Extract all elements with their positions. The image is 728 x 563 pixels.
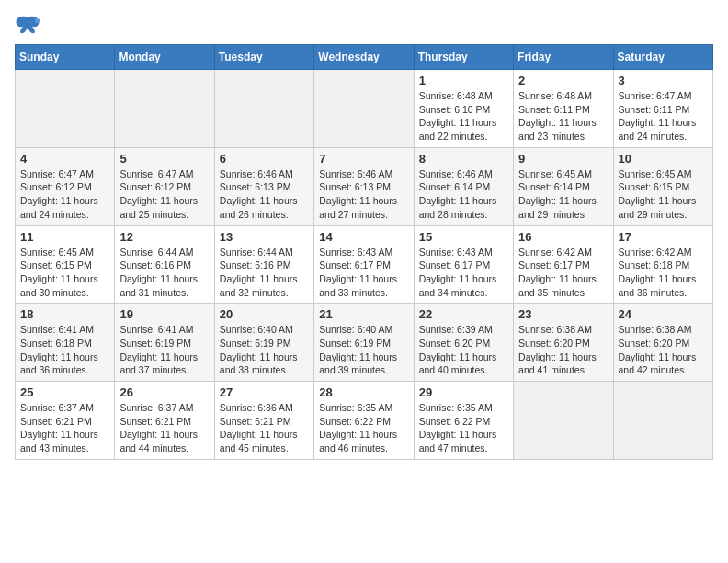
calendar-cell: 4Sunrise: 6:47 AM Sunset: 6:12 PM Daylig… bbox=[16, 147, 115, 225]
day-number: 14 bbox=[319, 230, 408, 244]
calendar-cell: 1Sunrise: 6:48 AM Sunset: 6:10 PM Daylig… bbox=[414, 70, 513, 148]
day-number: 24 bbox=[619, 307, 708, 321]
calendar-cell: 16Sunrise: 6:42 AM Sunset: 6:17 PM Dayli… bbox=[514, 225, 613, 304]
day-info: Sunrise: 6:46 AM Sunset: 6:14 PM Dayligh… bbox=[419, 167, 508, 222]
calendar-table: SundayMondayTuesdayWednesdayThursdayFrid… bbox=[15, 44, 713, 460]
day-number: 13 bbox=[220, 230, 309, 244]
day-number: 1 bbox=[419, 74, 508, 87]
day-info: Sunrise: 6:46 AM Sunset: 6:13 PM Dayligh… bbox=[319, 167, 408, 222]
calendar-cell: 13Sunrise: 6:44 AM Sunset: 6:16 PM Dayli… bbox=[214, 225, 313, 304]
calendar-cell: 15Sunrise: 6:43 AM Sunset: 6:17 PM Dayli… bbox=[414, 225, 513, 304]
day-number: 20 bbox=[220, 307, 309, 321]
calendar-cell: 12Sunrise: 6:44 AM Sunset: 6:16 PM Dayli… bbox=[115, 225, 214, 304]
calendar-cell: 21Sunrise: 6:40 AM Sunset: 6:19 PM Dayli… bbox=[314, 304, 414, 382]
calendar-week-row: 18Sunrise: 6:41 AM Sunset: 6:18 PM Dayli… bbox=[16, 304, 713, 382]
calendar-cell: 22Sunrise: 6:39 AM Sunset: 6:20 PM Dayli… bbox=[414, 304, 513, 382]
calendar-cell: 17Sunrise: 6:42 AM Sunset: 6:18 PM Dayli… bbox=[613, 225, 712, 304]
calendar-week-row: 4Sunrise: 6:47 AM Sunset: 6:12 PM Daylig… bbox=[16, 147, 713, 225]
day-info: Sunrise: 6:36 AM Sunset: 6:21 PM Dayligh… bbox=[220, 401, 309, 455]
day-number: 29 bbox=[419, 385, 508, 399]
calendar-cell: 29Sunrise: 6:35 AM Sunset: 6:22 PM Dayli… bbox=[414, 382, 513, 460]
calendar-cell: 9Sunrise: 6:45 AM Sunset: 6:14 PM Daylig… bbox=[514, 147, 613, 225]
day-info: Sunrise: 6:44 AM Sunset: 6:16 PM Dayligh… bbox=[119, 246, 209, 300]
day-info: Sunrise: 6:42 AM Sunset: 6:18 PM Dayligh… bbox=[619, 246, 708, 300]
day-number: 5 bbox=[119, 152, 209, 166]
header bbox=[15, 15, 713, 35]
calendar-cell: 19Sunrise: 6:41 AM Sunset: 6:19 PM Dayli… bbox=[115, 304, 214, 382]
day-info: Sunrise: 6:40 AM Sunset: 6:19 PM Dayligh… bbox=[220, 323, 309, 377]
calendar-cell: 14Sunrise: 6:43 AM Sunset: 6:17 PM Dayli… bbox=[314, 225, 414, 304]
calendar-cell: 25Sunrise: 6:37 AM Sunset: 6:21 PM Dayli… bbox=[16, 382, 115, 460]
day-number: 21 bbox=[319, 307, 408, 321]
day-info: Sunrise: 6:45 AM Sunset: 6:15 PM Dayligh… bbox=[619, 167, 708, 222]
day-info: Sunrise: 6:48 AM Sunset: 6:11 PM Dayligh… bbox=[518, 89, 608, 144]
day-info: Sunrise: 6:48 AM Sunset: 6:10 PM Dayligh… bbox=[419, 89, 508, 144]
calendar-cell bbox=[214, 70, 313, 148]
weekday-header: Thursday bbox=[414, 45, 513, 70]
day-info: Sunrise: 6:47 AM Sunset: 6:11 PM Dayligh… bbox=[619, 89, 708, 144]
calendar-cell bbox=[115, 70, 214, 148]
calendar-cell: 8Sunrise: 6:46 AM Sunset: 6:14 PM Daylig… bbox=[414, 147, 513, 225]
calendar-cell: 5Sunrise: 6:47 AM Sunset: 6:12 PM Daylig… bbox=[115, 147, 214, 225]
day-number: 19 bbox=[119, 307, 209, 321]
day-number: 15 bbox=[419, 230, 508, 244]
day-number: 3 bbox=[619, 74, 708, 87]
calendar-week-row: 1Sunrise: 6:48 AM Sunset: 6:10 PM Daylig… bbox=[16, 70, 713, 148]
day-number: 23 bbox=[518, 307, 608, 321]
day-info: Sunrise: 6:45 AM Sunset: 6:14 PM Dayligh… bbox=[518, 167, 608, 222]
day-info: Sunrise: 6:35 AM Sunset: 6:22 PM Dayligh… bbox=[319, 401, 408, 455]
calendar-cell: 27Sunrise: 6:36 AM Sunset: 6:21 PM Dayli… bbox=[214, 382, 313, 460]
day-number: 27 bbox=[220, 385, 309, 399]
calendar-cell: 6Sunrise: 6:46 AM Sunset: 6:13 PM Daylig… bbox=[214, 147, 313, 225]
day-info: Sunrise: 6:47 AM Sunset: 6:12 PM Dayligh… bbox=[119, 167, 209, 222]
calendar-body: 1Sunrise: 6:48 AM Sunset: 6:10 PM Daylig… bbox=[16, 70, 713, 460]
weekday-header: Tuesday bbox=[214, 45, 313, 70]
day-info: Sunrise: 6:40 AM Sunset: 6:19 PM Dayligh… bbox=[319, 323, 408, 377]
calendar-week-row: 11Sunrise: 6:45 AM Sunset: 6:15 PM Dayli… bbox=[16, 225, 713, 304]
day-number: 22 bbox=[419, 307, 508, 321]
day-info: Sunrise: 6:41 AM Sunset: 6:18 PM Dayligh… bbox=[20, 323, 109, 377]
day-number: 18 bbox=[20, 307, 109, 321]
weekday-header: Sunday bbox=[16, 45, 115, 70]
weekday-header: Monday bbox=[115, 45, 214, 70]
weekday-header: Friday bbox=[514, 45, 613, 70]
day-info: Sunrise: 6:43 AM Sunset: 6:17 PM Dayligh… bbox=[319, 246, 408, 300]
calendar-cell: 18Sunrise: 6:41 AM Sunset: 6:18 PM Dayli… bbox=[16, 304, 115, 382]
day-number: 9 bbox=[518, 152, 608, 166]
day-number: 6 bbox=[220, 152, 309, 166]
weekday-header: Wednesday bbox=[314, 45, 414, 70]
calendar-week-row: 25Sunrise: 6:37 AM Sunset: 6:21 PM Dayli… bbox=[16, 382, 713, 460]
calendar-cell: 23Sunrise: 6:38 AM Sunset: 6:20 PM Dayli… bbox=[514, 304, 613, 382]
day-info: Sunrise: 6:44 AM Sunset: 6:16 PM Dayligh… bbox=[220, 246, 309, 300]
calendar-cell: 28Sunrise: 6:35 AM Sunset: 6:22 PM Dayli… bbox=[314, 382, 414, 460]
day-number: 28 bbox=[319, 385, 408, 399]
day-info: Sunrise: 6:46 AM Sunset: 6:13 PM Dayligh… bbox=[220, 167, 309, 222]
day-info: Sunrise: 6:47 AM Sunset: 6:12 PM Dayligh… bbox=[20, 167, 109, 222]
calendar-cell bbox=[514, 382, 613, 460]
calendar-cell: 11Sunrise: 6:45 AM Sunset: 6:15 PM Dayli… bbox=[16, 225, 115, 304]
calendar-cell bbox=[613, 382, 712, 460]
day-info: Sunrise: 6:37 AM Sunset: 6:21 PM Dayligh… bbox=[119, 401, 209, 455]
day-info: Sunrise: 6:42 AM Sunset: 6:17 PM Dayligh… bbox=[518, 246, 608, 300]
calendar-cell: 7Sunrise: 6:46 AM Sunset: 6:13 PM Daylig… bbox=[314, 147, 414, 225]
day-number: 7 bbox=[319, 152, 408, 166]
calendar-cell: 2Sunrise: 6:48 AM Sunset: 6:11 PM Daylig… bbox=[514, 70, 613, 148]
day-number: 17 bbox=[619, 230, 708, 244]
calendar-cell: 10Sunrise: 6:45 AM Sunset: 6:15 PM Dayli… bbox=[613, 147, 712, 225]
day-number: 11 bbox=[20, 230, 109, 244]
day-number: 26 bbox=[119, 385, 209, 399]
calendar-cell: 26Sunrise: 6:37 AM Sunset: 6:21 PM Dayli… bbox=[115, 382, 214, 460]
day-number: 2 bbox=[518, 74, 608, 87]
day-number: 12 bbox=[119, 230, 209, 244]
day-info: Sunrise: 6:39 AM Sunset: 6:20 PM Dayligh… bbox=[419, 323, 508, 377]
day-info: Sunrise: 6:35 AM Sunset: 6:22 PM Dayligh… bbox=[419, 401, 508, 455]
day-number: 10 bbox=[619, 152, 708, 166]
calendar-cell bbox=[314, 70, 414, 148]
day-info: Sunrise: 6:43 AM Sunset: 6:17 PM Dayligh… bbox=[419, 246, 508, 300]
logo bbox=[15, 15, 44, 35]
calendar-cell bbox=[16, 70, 115, 148]
day-info: Sunrise: 6:41 AM Sunset: 6:19 PM Dayligh… bbox=[119, 323, 209, 377]
logo-bird-icon bbox=[15, 15, 40, 35]
day-info: Sunrise: 6:37 AM Sunset: 6:21 PM Dayligh… bbox=[20, 401, 109, 455]
day-info: Sunrise: 6:45 AM Sunset: 6:15 PM Dayligh… bbox=[20, 246, 109, 300]
